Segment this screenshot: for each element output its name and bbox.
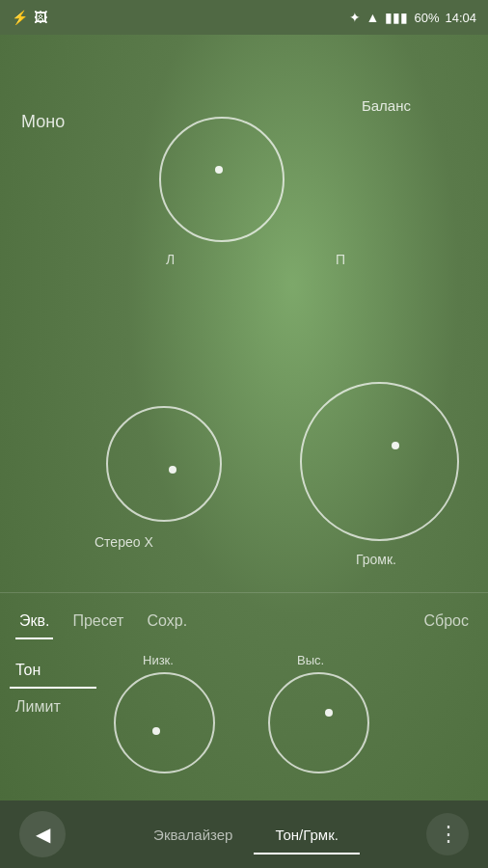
low-label: Низк.	[143, 653, 174, 667]
mono-label: Моно	[21, 112, 65, 132]
back-button[interactable]: ◀	[19, 811, 66, 857]
balance-section: Моно Баланс Л П	[0, 35, 488, 334]
tab-save[interactable]: Сохр.	[135, 605, 199, 637]
stereox-label: Стерео X	[95, 534, 153, 550]
tab-reset[interactable]: Сброс	[412, 605, 480, 637]
tabs-row: Экв. Пресет Сохр. Сброс	[0, 594, 488, 648]
left-channel-label: Л	[166, 252, 175, 267]
mid-section: Стерео X Громк.	[0, 353, 488, 565]
balance-knob[interactable]	[159, 117, 285, 242]
volume-knob-dot	[392, 442, 399, 449]
tab-equalizer[interactable]: Экв.	[8, 605, 61, 637]
tabs-divider	[0, 592, 488, 593]
tab-preset[interactable]: Пресет	[61, 605, 135, 637]
volume-label: Громк.	[356, 552, 396, 567]
right-channel-label: П	[336, 252, 345, 267]
back-icon: ◀	[36, 823, 50, 846]
balance-label: Баланс	[362, 97, 411, 114]
high-knob[interactable]	[268, 672, 369, 773]
more-icon: ⋮	[438, 822, 458, 847]
sidebar-item-tone[interactable]: Тон	[0, 652, 106, 689]
more-button[interactable]: ⋮	[426, 813, 469, 855]
nav-tab-equalizer[interactable]: Эквалайзер	[132, 819, 254, 851]
usb-icon: ⚡	[12, 10, 28, 25]
stereox-knob[interactable]	[106, 406, 222, 522]
clock-time: 14:04	[445, 11, 476, 25]
low-knob-dot	[152, 727, 160, 735]
balance-knob-dot	[215, 166, 223, 174]
stereox-knob-dot	[169, 466, 176, 474]
status-right-icons: ✦ ▲ ▮▮▮ 60% 14:04	[349, 10, 476, 25]
bottom-nav: ◀ Эквалайзер Тон/Грмк. ⋮	[0, 800, 488, 868]
status-left-icons: ⚡ 🖼	[12, 10, 47, 25]
high-label: Выс.	[297, 653, 324, 667]
sidebar-item-limit[interactable]: Лимит	[0, 689, 106, 725]
bluetooth-icon: ✦	[349, 10, 361, 25]
volume-knob[interactable]	[300, 382, 459, 541]
image-icon: 🖼	[34, 10, 47, 25]
status-bar: ⚡ 🖼 ✦ ▲ ▮▮▮ 60% 14:04	[0, 0, 488, 35]
low-knob[interactable]	[114, 672, 215, 773]
wifi-icon: ▲	[366, 10, 380, 25]
battery-percent: 60%	[414, 11, 439, 25]
nav-tab-tone-volume[interactable]: Тон/Грмк.	[254, 819, 359, 851]
main-content: Моно Баланс Л П Стерео X Громк. Экв. Пре…	[0, 35, 488, 868]
high-knob-dot	[325, 709, 333, 717]
signal-icon: ▮▮▮	[385, 10, 408, 25]
nav-center-tabs: Эквалайзер Тон/Грмк.	[132, 819, 360, 851]
